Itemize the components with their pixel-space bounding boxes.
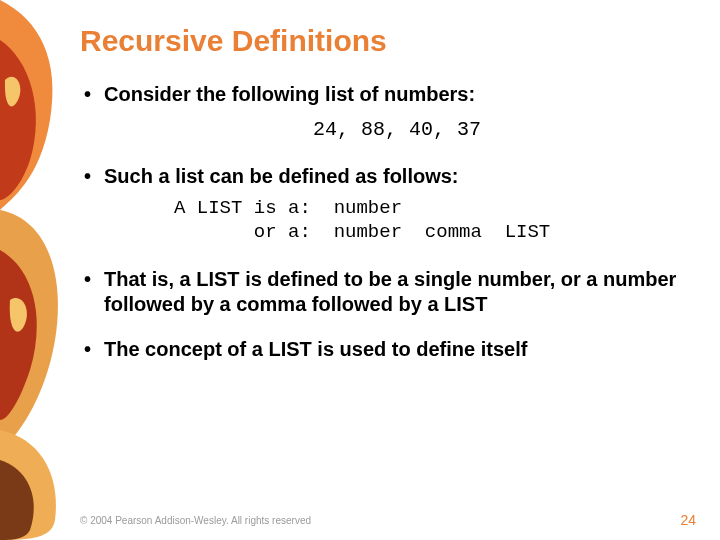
slide: Recursive Definitions Consider the follo… — [0, 0, 720, 540]
list-definition-code: A LIST is a: number or a: number comma L… — [174, 197, 690, 245]
number-list-code: 24, 88, 40, 37 — [104, 117, 690, 142]
bullet-item: Such a list can be defined as follows: A… — [80, 164, 690, 245]
bullet-item: Consider the following list of numbers: … — [80, 82, 690, 142]
bullet-item: The concept of a LIST is used to define … — [80, 337, 690, 362]
slide-content: Recursive Definitions Consider the follo… — [80, 24, 690, 500]
bullet-text: Such a list can be defined as follows: — [104, 165, 459, 187]
bullet-text: The concept of a LIST is used to define … — [104, 338, 527, 360]
slide-title: Recursive Definitions — [80, 24, 690, 58]
bullet-item: That is, a LIST is defined to be a singl… — [80, 267, 690, 317]
bullet-text: Consider the following list of numbers: — [104, 83, 475, 105]
bullet-list: Consider the following list of numbers: … — [80, 82, 690, 362]
copyright-footer: © 2004 Pearson Addison-Wesley. All right… — [80, 515, 700, 526]
leaves-icon — [0, 0, 70, 540]
bullet-text: That is, a LIST is defined to be a singl… — [104, 268, 676, 315]
decorative-sidebar — [0, 0, 70, 540]
page-number: 24 — [680, 512, 696, 528]
